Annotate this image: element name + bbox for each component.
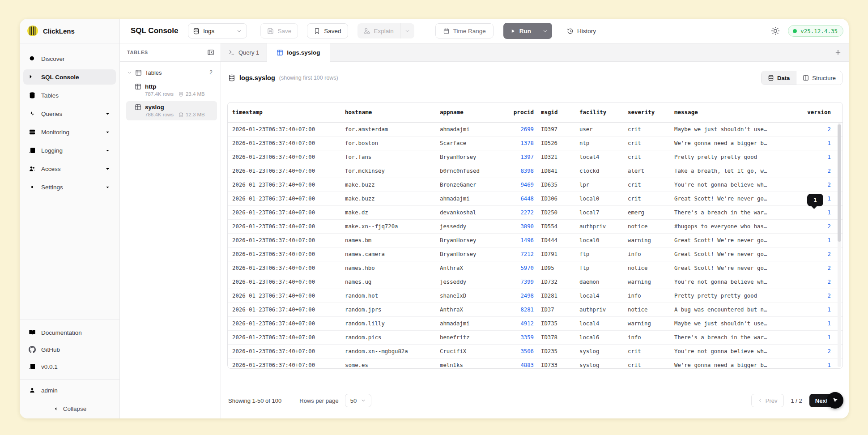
cell-severity: crit xyxy=(626,358,672,369)
table-row[interactable]: 2026-01-23T06:37:40+07:00names.cameraBry… xyxy=(228,247,842,261)
history-button[interactable]: History xyxy=(563,23,600,38)
time-range-label: Time Range xyxy=(453,28,486,34)
tree-item-http[interactable]: http 787.4K rows 23.4 MB xyxy=(126,81,217,100)
user-menu[interactable]: admin xyxy=(23,383,116,398)
explain-button[interactable]: Explain xyxy=(357,23,400,38)
cell-procid: 1397 xyxy=(506,150,534,164)
cell-message: Great Scott! We're never go… xyxy=(672,261,806,275)
cell-message: We're gonna need a bigger b… xyxy=(672,136,806,150)
table-row[interactable]: 2026-01-23T06:37:40+07:00make.buzzBronze… xyxy=(228,178,842,192)
cell-appname: CrucifiX xyxy=(440,344,506,358)
cell-version: 1 xyxy=(806,316,842,330)
run-dropdown-button[interactable] xyxy=(538,23,552,39)
column-header-severity: severity xyxy=(626,102,672,122)
sidebar-item-queries[interactable]: Queries xyxy=(23,106,116,121)
table-row[interactable]: 2026-01-23T06:37:40+07:00random.jprsAnth… xyxy=(228,303,842,316)
cell-severity: crit xyxy=(626,192,672,205)
vertical-scrollbar[interactable] xyxy=(838,123,841,367)
cell-timestamp: 2026-01-23T06:37:40+07:00 xyxy=(228,205,345,219)
cell-timestamp: 2026-01-23T06:37:40+07:00 xyxy=(228,164,345,178)
cell-version: 1 xyxy=(806,303,842,316)
collapse-panel-icon[interactable] xyxy=(207,49,214,56)
chevron-down-icon xyxy=(105,111,111,117)
tab-label: logs.syslog xyxy=(287,49,320,56)
cell-severity: notice xyxy=(626,219,672,233)
next-label: Next xyxy=(815,397,828,404)
sidebar-item-sql-console[interactable]: SQL Console xyxy=(23,69,116,85)
sidebar-item-discover[interactable]: Discover xyxy=(23,51,116,66)
sidebar: ClickLens Discover SQL Console Tables Qu… xyxy=(20,19,120,418)
cell-procid: 2272 xyxy=(506,205,534,219)
cell-version: 2 xyxy=(806,261,842,275)
table-row[interactable]: 2026-01-23T06:37:40+07:00some.esmeln1ks4… xyxy=(228,358,842,369)
github-icon xyxy=(29,346,36,353)
cell-facility: ftp xyxy=(578,261,626,275)
table-row[interactable]: 2026-01-23T06:37:40+07:00random.xn--mgbg… xyxy=(228,344,842,358)
cell-message: Great Scott! We're never go… xyxy=(672,247,806,261)
explain-dropdown-button[interactable] xyxy=(400,23,414,38)
sidebar-link-documentation[interactable]: Documentation xyxy=(23,324,116,341)
saved-queries-button[interactable]: Saved xyxy=(307,23,348,38)
chevron-down-icon xyxy=(127,70,132,75)
status-dot xyxy=(793,29,797,33)
sidebar-collapse-button[interactable]: Collapse xyxy=(20,399,119,418)
table-row[interactable]: 2026-01-23T06:37:40+07:00for.amsterdamah… xyxy=(228,122,842,136)
save-button[interactable]: Save xyxy=(260,23,298,38)
table-row[interactable]: 2026-01-23T06:37:40+07:00random.picsbene… xyxy=(228,330,842,344)
run-button[interactable]: Run xyxy=(503,23,538,39)
sidebar-item-tables[interactable]: Tables xyxy=(23,88,116,103)
data-view-button[interactable]: Data xyxy=(762,71,796,85)
table-row[interactable]: 2026-01-23T06:37:40+07:00for.bostonScarf… xyxy=(228,136,842,150)
table-row[interactable]: 2026-01-23T06:37:40+07:00names.bmBryanHo… xyxy=(228,233,842,247)
prev-page-button[interactable]: Prev xyxy=(751,394,784,407)
table-row[interactable]: 2026-01-23T06:37:40+07:00random.lillyahm… xyxy=(228,316,842,330)
sidebar-item-monitoring[interactable]: Monitoring xyxy=(23,124,116,140)
sidebar-item-logging[interactable]: Logging xyxy=(23,143,116,158)
rows-per-page-select[interactable]: 50 xyxy=(345,394,371,407)
cell-hostname: for.boston xyxy=(345,136,440,150)
table-row[interactable]: 2026-01-23T06:37:40+07:00names.ugjessedd… xyxy=(228,275,842,289)
tree-group-tables[interactable]: Tables 2 xyxy=(122,66,219,79)
sidebar-item-label: SQL Console xyxy=(41,74,79,81)
cell-severity: emerg xyxy=(626,205,672,219)
table-row[interactable]: 2026-01-23T06:37:40+07:00for.mckinseyb0r… xyxy=(228,164,842,178)
activity-icon xyxy=(29,110,36,117)
cell-appname: BronzeGamer xyxy=(440,178,506,192)
structure-view-button[interactable]: Structure xyxy=(796,71,842,85)
tree-item-syslog[interactable]: syslog 786.4K rows 12.3 MB xyxy=(126,101,217,120)
cell-version: 2 xyxy=(806,275,842,289)
theme-toggle-sun-icon[interactable] xyxy=(771,26,780,35)
tab-logs-syslog[interactable]: logs.syslog xyxy=(267,43,330,62)
cell-procid: 1496 xyxy=(506,233,534,247)
sidebar-item-settings[interactable]: Settings xyxy=(23,179,116,195)
cell-version: 1 xyxy=(806,136,842,150)
table-row[interactable]: 2026-01-23T06:37:40+07:00names.hboAnthra… xyxy=(228,261,842,275)
table-row[interactable]: 2026-01-23T06:37:40+07:00make.dzdevankos… xyxy=(228,205,842,219)
cell-msgid: ID444 xyxy=(534,233,578,247)
time-range-button[interactable]: Time Range xyxy=(435,23,494,38)
cell-timestamp: 2026-01-23T06:37:40+07:00 xyxy=(228,330,345,344)
sidebar-item-access[interactable]: Access xyxy=(23,161,116,176)
chevron-down-icon xyxy=(542,28,548,34)
table-row[interactable]: 2026-01-23T06:37:40+07:00for.fansBryanHo… xyxy=(228,150,842,164)
table-row[interactable]: 2026-01-23T06:37:40+07:00make.xn--fjq720… xyxy=(228,219,842,233)
cell-hostname: make.dz xyxy=(345,205,440,219)
table-row[interactable]: 2026-01-23T06:37:40+07:00random.hotshane… xyxy=(228,289,842,303)
tab-query-1[interactable]: Query 1 xyxy=(221,43,267,61)
cell-hostname: for.amsterdam xyxy=(345,122,440,136)
mouse-cursor-indicator xyxy=(827,392,843,409)
drive-icon xyxy=(179,112,183,117)
database-selector[interactable]: logs xyxy=(188,23,247,38)
cell-timestamp: 2026-01-23T06:37:40+07:00 xyxy=(228,316,345,330)
cell-appname: benefritz xyxy=(440,330,506,344)
scrollbar-thumb[interactable] xyxy=(838,124,841,242)
cell-message: Maybe we just shouldn't use… xyxy=(672,316,806,330)
cell-facility: local6 xyxy=(578,330,626,344)
sidebar-link-github[interactable]: GitHub xyxy=(23,341,116,358)
app-window: ClickLens Discover SQL Console Tables Qu… xyxy=(20,19,849,418)
cell-appname: AnthraX xyxy=(440,261,506,275)
sidebar-app-version[interactable]: v0.0.1 xyxy=(23,358,116,375)
cell-severity: warning xyxy=(626,275,672,289)
table-row[interactable]: 2026-01-23T06:37:40+07:00make.buzzahmada… xyxy=(228,192,842,205)
new-tab-plus-icon[interactable] xyxy=(834,49,842,56)
